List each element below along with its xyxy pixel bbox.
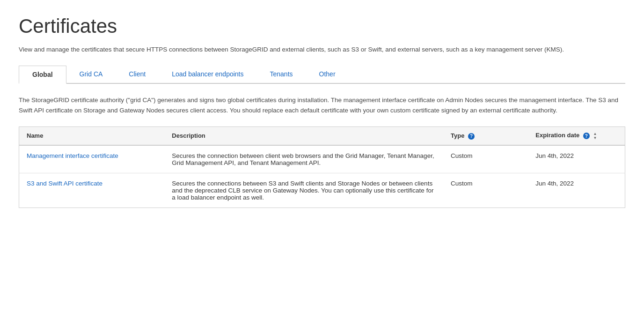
type-help-icon[interactable]: ? bbox=[468, 133, 475, 140]
col-header-expiration: Expiration date ? bbox=[528, 127, 625, 145]
page-description: View and manage the certificates that se… bbox=[19, 45, 625, 54]
expiration-sort-icon[interactable] bbox=[593, 132, 597, 140]
col-header-description: Description bbox=[164, 127, 443, 145]
tab-grid-ca[interactable]: Grid CA bbox=[66, 66, 116, 83]
tab-load-balancer[interactable]: Load balancer endpoints bbox=[159, 66, 256, 83]
expiration-help-icon[interactable]: ? bbox=[583, 133, 590, 139]
section-description: The StorageGRID certificate authority ("… bbox=[19, 95, 625, 115]
management-cert-type: Custom bbox=[443, 145, 528, 173]
page-title: Certificates bbox=[19, 15, 625, 37]
col-header-name: Name bbox=[19, 127, 165, 145]
management-cert-link[interactable]: Management interface certificate bbox=[27, 152, 118, 159]
s3-cert-type: Custom bbox=[443, 173, 528, 208]
management-cert-description: Secures the connection between client we… bbox=[164, 145, 443, 173]
tab-tenants[interactable]: Tenants bbox=[257, 66, 306, 83]
s3-cert-link[interactable]: S3 and Swift API certificate bbox=[27, 180, 102, 187]
certificates-table: Name Description Type ? Expiration date … bbox=[19, 126, 625, 208]
s3-cert-expiration: Jun 4th, 2022 bbox=[528, 173, 625, 208]
tab-other[interactable]: Other bbox=[306, 66, 349, 83]
tab-client[interactable]: Client bbox=[116, 66, 159, 83]
tabs-container: Global Grid CA Client Load balancer endp… bbox=[19, 66, 625, 84]
tab-global[interactable]: Global bbox=[19, 66, 66, 84]
s3-cert-description: Secures the connections between S3 and S… bbox=[164, 173, 443, 208]
table-row: Management interface certificate Secures… bbox=[19, 145, 625, 173]
col-header-type: Type ? bbox=[443, 127, 528, 145]
table-row: S3 and Swift API certificate Secures the… bbox=[19, 173, 625, 208]
management-cert-expiration: Jun 4th, 2022 bbox=[528, 145, 625, 173]
